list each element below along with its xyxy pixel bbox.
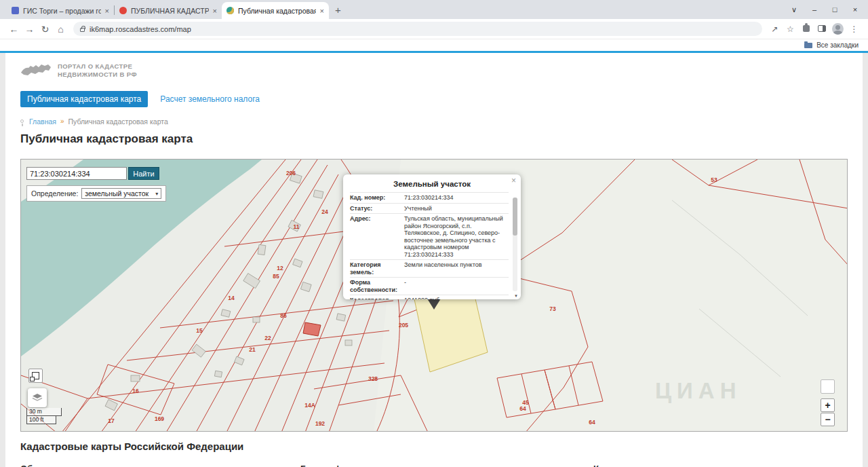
popup-row-value: 1041000 руб [404,297,509,299]
popup-row-label: Форма собственности: [350,279,404,293]
side-panel-icon[interactable] [814,24,829,34]
popup-row-label: Адрес: [350,215,404,258]
tab-public-map[interactable]: Публичная кадастровая карта [20,91,148,107]
forward-button[interactable]: → [22,19,37,39]
favicon-roscadastre-icon [226,7,234,14]
profile-avatar[interactable] [832,23,844,35]
popup-row-value: Учтенный [404,205,509,212]
popup-rows: Кад. номер: 71:23:030214:334 Статус: Учт… [350,192,509,299]
popup-row: Статус: Учтенный [350,203,509,214]
home-button[interactable]: ⌂ [53,19,68,39]
content-card: ПОРТАЛ О КАДАСТРЕ НЕДВИЖИМОСТИ В РФ Публ… [5,53,863,467]
browser-toolbar: ← → ↻ ⌂ ik6map.roscadastres.com/map ↗ ☆ … [0,19,868,39]
browser-tab-2[interactable]: ПУБЛИЧНАЯ КАДАСТРОВАЯ КА... × [115,2,222,19]
tab-title: ПУБЛИЧНАЯ КАДАСТРОВАЯ КА... [131,7,209,15]
address-bar[interactable]: ik6map.roscadastres.com/map [73,22,762,36]
share-icon[interactable]: ↗ [767,24,783,34]
breadcrumb-current: Публичная кадастровая карта [68,117,168,126]
tab-close-icon[interactable]: × [320,7,324,15]
window-minimize-button[interactable]: – [804,5,825,14]
site-logo[interactable]: ПОРТАЛ О КАДАСТРЕ НЕДВИЖИМОСТИ В РФ [20,61,848,80]
favicon-kadastr-icon [119,7,127,14]
browser-tab-3-active[interactable]: Публичная кадастровая ка... × [222,2,329,19]
browser-tab-bar: ГИС Торги – продажи госуд... × ПУБЛИЧНАЯ… [0,0,868,19]
bookmarks-folder-icon [804,43,812,48]
selected-parcel-red [303,322,321,336]
scroll-down-icon[interactable]: ▼ [514,294,518,298]
popup-row-value: Земли населенных пунктов [404,261,509,276]
all-bookmarks-label[interactable]: Все закладки [816,41,859,49]
cadastral-search-input[interactable] [26,167,127,180]
footer-col-krai: Края [593,464,614,467]
tab-close-icon[interactable]: × [105,7,109,15]
menu-icon[interactable]: ⋮ [846,24,862,34]
footer-col-federal-cities: Города федерального значения [300,464,441,467]
map-search-panel: Найти [26,167,159,180]
window-close-button[interactable]: × [845,5,865,14]
url-text: ik6map.roscadastres.com/map [90,25,191,33]
zoom-in-button[interactable]: + [821,398,835,412]
footer-heading: Кадастровые карты Российской Федерации [20,441,848,453]
back-button[interactable]: ← [6,19,22,39]
close-icon[interactable]: × [511,176,516,185]
favicon-gis-torgi-icon [12,7,19,14]
scale-metric: 30 m [26,408,62,416]
tab-land-tax-link[interactable]: Расчет земельного налога [160,94,260,104]
window-maximize-button[interactable]: □ [825,5,845,14]
russia-map-icon [20,61,52,80]
reload-button[interactable]: ↻ [37,19,53,39]
popup-row-label: Кад. номер: [350,194,404,202]
browser-tab-1[interactable]: ГИС Торги – продажи госуд... × [7,2,114,19]
breadcrumb-separator: » [60,117,64,125]
extensions-icon[interactable] [798,24,814,34]
tab-title: ГИС Торги – продажи госуд... [23,7,101,15]
map-scale: 30 m 100 ft [26,408,62,424]
definition-select[interactable]: земельный участок ▾ [81,188,161,199]
map-watermark: ЦИАН [655,378,742,404]
popup-row-value: Тульская область, муниципальный район Яс… [404,215,509,258]
layers-icon [32,393,43,403]
chevron-down-icon[interactable]: ∨ [784,5,804,14]
popup-row: Адрес: Тульская область, муниципальный р… [350,213,509,259]
popup-row-value: - [404,279,509,293]
chevron-down-icon: ▾ [155,191,158,197]
layers-button[interactable] [28,388,47,407]
definition-label: Определение: [31,189,78,198]
popup-row: Кад. номер: 71:23:030214:334 [350,192,509,203]
site-nav: Публичная кадастровая карта Расчет земел… [20,91,848,107]
scale-imperial: 100 ft [26,416,56,424]
popup-row: Категория земель: Земли населенных пункт… [350,259,509,277]
breadcrumb-home-link[interactable]: Главная [29,117,56,126]
tab-close-icon[interactable]: × [213,7,217,15]
popup-row-label: Кадастровая стоимость: [350,297,404,299]
tab-title: Публичная кадастровая ка... [238,7,316,15]
footer-columns: Области Города федерального значения Кра… [20,464,848,467]
popup-row-value: 71:23:030214:334 [404,194,509,202]
window-controls: ∨ – □ × [784,0,865,19]
attribution-button[interactable] [821,379,835,394]
overview-map-button[interactable] [28,369,43,383]
page-background: ПОРТАЛ О КАДАСТРЕ НЕДВИЖИМОСТИ В РФ Публ… [0,53,868,467]
cadastral-map[interactable]: 206241112851486152221161716914А192328205… [20,159,848,432]
lock-icon [80,28,85,32]
popup-scrollbar-thumb[interactable] [513,198,517,236]
overview-icon [32,372,39,379]
parcel-info-popup: × Земельный участок Кад. номер: 71:23:03… [343,174,521,299]
popup-title: Земельный участок [343,174,521,192]
page-title: Публичная кадастровая карта [20,132,848,146]
footer-col-regions: Области [20,464,58,467]
zoom-out-button[interactable]: − [821,413,835,426]
new-tab-button[interactable]: + [335,4,341,16]
breadcrumb: Главная » Публичная кадастровая карта [20,117,848,126]
bookmark-star-icon[interactable]: ☆ [783,24,798,34]
popup-row-label: Статус: [350,205,404,212]
site-logo-text: ПОРТАЛ О КАДАСТРЕ НЕДВИЖИМОСТИ В РФ [58,62,137,79]
bookmarks-bar: Все закладки [0,39,868,51]
definition-panel: Определение: земельный участок ▾ [26,185,166,202]
pin-icon [20,119,24,123]
popup-row: Форма собственности: - [350,277,509,295]
popup-scrollbar[interactable] [513,198,517,291]
popup-row: Кадастровая стоимость: 1041000 руб [350,295,509,299]
popup-row-label: Категория земель: [350,261,404,276]
search-button[interactable]: Найти [128,167,159,180]
